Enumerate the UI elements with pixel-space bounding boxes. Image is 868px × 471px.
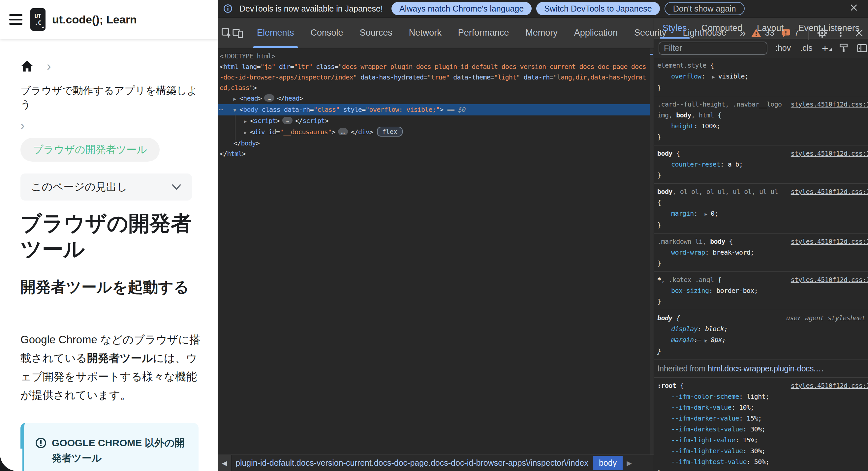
css-property[interactable]: --ifm-color-scheme: light;	[657, 391, 868, 402]
stylesheet-link[interactable]: styles.4510f12d.css:1	[791, 380, 868, 391]
infobar-close-icon[interactable]	[849, 3, 858, 14]
dom-breadcrumb-path[interactable]: plugin-id-default.docs-version-current.d…	[236, 458, 588, 468]
sidebar-tab-event-listeners[interactable]: Event Listeners	[791, 18, 867, 39]
css-rule[interactable]: styles.4510f12d.css:1:root {--ifm-color-…	[654, 378, 868, 471]
styles-tab-bar: StylesComputedLayoutEvent Listeners»	[654, 18, 868, 39]
css-property[interactable]: --ifm-lightest-value: 50%;	[657, 457, 868, 467]
css-property[interactable]: display: block;	[657, 323, 868, 335]
sidebar-tab-styles[interactable]: Styles	[655, 18, 694, 39]
expand-value-icon[interactable]: ▶	[712, 74, 715, 80]
css-property[interactable]: height: 100%;	[657, 121, 868, 132]
styles-tool-new-rule[interactable]: +	[822, 45, 829, 52]
page-toc-toggle[interactable]: このページの見出し	[21, 174, 192, 200]
tab-console[interactable]: Console	[302, 18, 351, 48]
styles-tool--hov[interactable]: :hov	[775, 43, 791, 53]
dom-row[interactable]: ▶<head>…</head>	[218, 93, 654, 104]
tab-memory[interactable]: Memory	[517, 18, 566, 48]
dom-row[interactable]: ▶<script>…</script>	[218, 116, 654, 127]
stylesheet-link[interactable]: styles.4510f12d.css:1	[791, 99, 868, 110]
stylesheet-link[interactable]: styles.4510f12d.css:1	[791, 186, 868, 197]
dom-row[interactable]: <html lang="ja" dir="ltr" class="docs-wr…	[218, 61, 647, 93]
sidebar-tab-layout[interactable]: Layout	[750, 18, 791, 39]
stylesheet-origin: user agent stylesheet	[786, 313, 865, 323]
css-rule[interactable]: styles.4510f12d.css:1body {counter-reset…	[654, 146, 868, 184]
breadcrumb-separator-icon: ›	[47, 60, 51, 72]
page-title: ブラウザの開発者ツール	[21, 211, 205, 262]
css-rule[interactable]: styles.4510f12d.css:1.markdown li, body …	[654, 233, 868, 272]
intro-paragraph: Google Chrome などのブラウザに搭載されている開発者ツールには、ウェ…	[21, 331, 201, 404]
hamburger-menu-icon[interactable]	[9, 14, 23, 25]
expand-value-icon[interactable]: ▶	[705, 338, 707, 343]
inline-expand-icon[interactable]: …	[282, 117, 292, 124]
expand-arrow-icon[interactable]: ▶	[241, 116, 250, 127]
css-property[interactable]: box-sizing: border-box;	[657, 285, 868, 296]
stylesheet-link[interactable]: styles.4510f12d.css:1	[791, 275, 868, 285]
css-property[interactable]: --ifm-light-value: 15%;	[657, 435, 868, 446]
infobar-buttons: Always match Chrome's languageSwitch Dev…	[392, 2, 745, 15]
dom-row[interactable]: <!DOCTYPE html>	[218, 51, 654, 61]
css-rule[interactable]: element.style {overflow: ▶visible;}	[654, 57, 868, 96]
expand-value-icon[interactable]: ▶	[705, 212, 707, 217]
inspect-element-icon[interactable]	[221, 25, 232, 40]
infobar-button-switch-devtools-to-japanese[interactable]: Switch DevTools to Japanese	[536, 2, 660, 15]
css-property[interactable]: margin: ▶8px;	[657, 335, 868, 346]
dom-breadcrumb-selected[interactable]: body	[593, 456, 623, 470]
chevron-down-icon	[172, 183, 181, 191]
sidebar-tab-computed[interactable]: Computed	[694, 18, 750, 39]
dock-sidebar-icon[interactable]	[857, 40, 867, 56]
css-rule[interactable]: styles.4510f12d.css:1*, .katex .angl {bo…	[654, 272, 868, 310]
dom-row[interactable]: </html>	[218, 149, 654, 159]
device-toolbar-icon[interactable]	[232, 25, 243, 40]
css-property[interactable]: word-wrap: break-word;	[657, 247, 868, 258]
rendering-brush-icon[interactable]	[838, 40, 849, 56]
tab-application[interactable]: Application	[566, 18, 626, 48]
css-rule[interactable]: user agent stylesheetbody {display: bloc…	[654, 310, 868, 360]
tab-sources[interactable]: Sources	[351, 18, 401, 48]
inline-expand-icon[interactable]: …	[264, 94, 274, 102]
stylesheet-link[interactable]: styles.4510f12d.css:1	[791, 148, 868, 159]
infobar-button-always-match-chrome-s-language[interactable]: Always match Chrome's language	[392, 2, 532, 15]
corner-fab[interactable]	[0, 448, 23, 471]
site-title[interactable]: ut.code(); Learn	[52, 13, 137, 26]
expand-arrow-icon[interactable]: ▶	[241, 127, 250, 138]
admonition-title: GOOGLE CHROME 以外の開発者ツール	[52, 435, 187, 466]
flex-badge[interactable]: flex	[377, 127, 403, 136]
tab-elements[interactable]: Elements	[249, 18, 302, 48]
more-sidebar-tabs-icon[interactable]: »	[867, 18, 868, 39]
info-admonition: GOOGLE CHROME 以外の開発者ツール Google Chrome 以外…	[21, 423, 198, 471]
css-rules-list: element.style {overflow: ▶visible;}style…	[654, 57, 868, 471]
site-logo[interactable]: UT .C ↵	[30, 8, 45, 31]
elements-panel: ElementsConsoleSourcesNetworkPerformance…	[218, 18, 654, 471]
expand-arrow-icon[interactable]: ▶	[230, 94, 240, 104]
css-property[interactable]: --ifm-dark-value: 10%;	[657, 402, 868, 413]
dom-row[interactable]: </body>	[218, 138, 654, 149]
dom-row[interactable]: ▶<div id="__docusaurus">…</div>flex	[218, 127, 654, 138]
logo-text-bottom: .C	[35, 20, 41, 26]
infobar-button-don-t-show-again[interactable]: Don't show again	[664, 2, 745, 15]
breadcrumb-item-current[interactable]: ブラウザの開発者ツール	[21, 138, 160, 162]
tab-network[interactable]: Network	[401, 18, 450, 48]
inherited-from-link[interactable]: html.docs-wrapper.plugin-docs.…	[707, 364, 824, 373]
logo-text-top: UT	[35, 13, 41, 20]
scroll-marker-strip[interactable]	[650, 49, 654, 454]
dom-tree: <!DOCTYPE html><html lang="ja" dir="ltr"…	[218, 48, 654, 454]
css-property[interactable]: overflow: ▶visible;	[657, 71, 868, 83]
home-icon[interactable]	[21, 60, 34, 72]
dom-row[interactable]: ⋯▼<body class data-rh="class" style="ove…	[218, 104, 654, 116]
css-property[interactable]: --ifm-lighter-value: 30%;	[657, 446, 868, 457]
breadcrumb-scroll-right-icon[interactable]: ▶	[627, 459, 631, 467]
toc-label: このページの見出し	[31, 180, 128, 194]
tab-performance[interactable]: Performance	[450, 18, 518, 48]
css-rule[interactable]: styles.4510f12d.css:1body, ol ol, ol ul,…	[654, 184, 868, 233]
css-property[interactable]: margin: ▶0;	[657, 208, 868, 220]
styles-tool--cls[interactable]: .cls	[800, 43, 813, 53]
css-property[interactable]: --ifm-darker-value: 15%;	[657, 413, 868, 424]
breadcrumb-scroll-left-icon[interactable]: ◀	[218, 455, 231, 471]
stylesheet-link[interactable]: styles.4510f12d.css:1	[791, 236, 868, 247]
css-rule[interactable]: styles.4510f12d.css:1.card--full-height,…	[654, 96, 868, 146]
styles-sidebar: StylesComputedLayoutEvent Listeners» :ho…	[654, 18, 868, 471]
inline-expand-icon[interactable]: …	[338, 128, 348, 135]
breadcrumb-item-course[interactable]: ブラウザで動作するアプリを構築しよう	[21, 84, 198, 112]
css-property[interactable]: --ifm-darkest-value: 30%;	[657, 424, 868, 435]
css-property[interactable]: counter-reset: a b;	[657, 159, 868, 170]
